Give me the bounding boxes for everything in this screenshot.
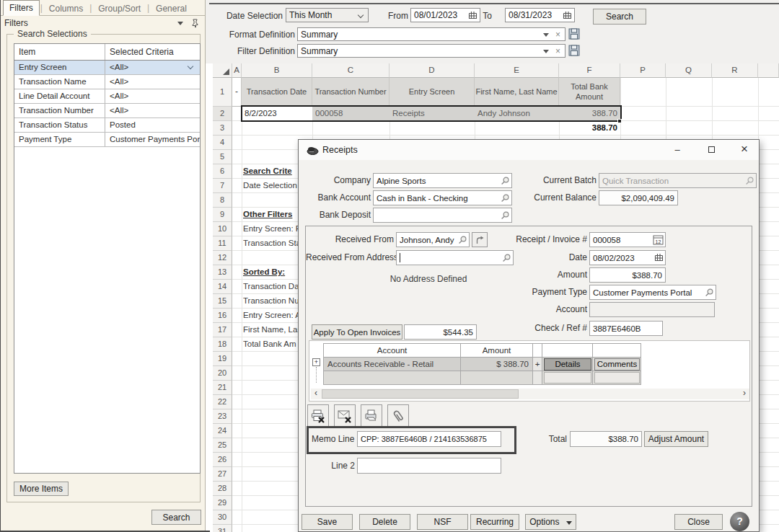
search-icon[interactable] — [704, 288, 714, 298]
row-header-26[interactable]: 26 — [213, 453, 232, 467]
column-header-a[interactable]: A — [232, 63, 242, 78]
toolbar-search-button[interactable]: Search — [593, 9, 646, 25]
comments-button[interactable]: Comments — [594, 358, 640, 371]
row-header-28[interactable]: 28 — [213, 482, 232, 496]
clear-icon[interactable]: × — [555, 46, 560, 56]
row-header-6[interactable]: 6 — [213, 164, 232, 179]
row-header-18[interactable]: 18 — [213, 337, 232, 352]
cell-transaction-date[interactable]: 8/2/2023 — [242, 107, 312, 121]
search-icon[interactable] — [500, 176, 510, 186]
row-header-14[interactable]: 14 — [213, 280, 232, 294]
calendar-icon[interactable] — [563, 11, 572, 20]
current-batch-field[interactable] — [599, 173, 757, 188]
tab-filters[interactable]: Filters — [3, 0, 40, 16]
bank-deposit-field[interactable] — [373, 208, 512, 223]
detail-cell-amount[interactable]: $ 388.70 — [461, 358, 533, 371]
row-header-5[interactable]: 5 — [213, 150, 232, 164]
scroll-right-icon[interactable]: › — [739, 389, 749, 399]
date-selection-select[interactable] — [286, 8, 369, 22]
detail-scrollbar[interactable]: ‹ › — [311, 389, 749, 399]
received-from-address-field[interactable] — [396, 250, 514, 265]
cell-entry-screen[interactable]: Receipts — [390, 107, 475, 121]
cell-name[interactable]: Andy Johnson — [475, 107, 559, 121]
row-header-16[interactable]: 16 — [213, 309, 232, 323]
column-header-c[interactable]: C — [312, 63, 390, 78]
line2-field[interactable] — [357, 458, 501, 474]
collapse-icon[interactable] — [177, 22, 183, 25]
row-header-27[interactable]: 27 — [213, 467, 232, 482]
delete-button[interactable]: Delete — [359, 514, 410, 530]
chevron-down-icon[interactable] — [188, 63, 193, 69]
row-header-3[interactable]: 3 — [213, 121, 232, 136]
adjust-amount-button[interactable]: Adjust Amount — [644, 431, 708, 447]
search-icon[interactable] — [500, 210, 510, 221]
details-button[interactable]: Details — [544, 358, 591, 371]
options-button[interactable]: Options — [525, 514, 576, 530]
dialog-titlebar[interactable]: Receipts – × — [299, 140, 759, 160]
clear-icon[interactable]: × — [555, 30, 560, 40]
nsf-button[interactable]: NSF — [417, 514, 468, 530]
cell-header-transaction-number[interactable]: Transaction Number — [312, 78, 390, 107]
column-header-d[interactable]: D — [390, 63, 475, 78]
select-all-corner[interactable] — [213, 63, 232, 78]
table-row-payment-type[interactable]: Payment Type Customer Payments Por... — [14, 133, 200, 147]
cell-total-sum[interactable]: 388.70 — [559, 121, 620, 136]
column-header-q[interactable]: Q — [666, 63, 712, 78]
chevron-down-icon[interactable] — [543, 33, 549, 37]
row-header-2[interactable]: 2 — [213, 107, 232, 121]
row-header-24[interactable]: 24 — [213, 424, 232, 438]
row-header-1[interactable]: 1 — [213, 78, 232, 107]
save-definition-icon[interactable] — [568, 45, 580, 56]
table-row-entry-screen[interactable]: Entry Screen <All> — [14, 61, 200, 75]
cell-a1[interactable]: - — [232, 78, 242, 107]
table-row-transaction-status[interactable]: Transaction Status Posted — [14, 118, 200, 133]
column-header-f[interactable]: F — [559, 63, 620, 78]
attachment-button[interactable] — [387, 404, 409, 427]
close-button[interactable]: × — [733, 142, 756, 158]
minimize-button[interactable]: – — [666, 142, 689, 158]
filter-definition-field[interactable]: × — [297, 44, 565, 58]
row-header-29[interactable]: 29 — [213, 496, 232, 510]
row-header-19[interactable]: 19 — [213, 352, 232, 366]
close-dialog-button[interactable]: Close — [674, 514, 723, 530]
row-header-12[interactable]: 12 — [213, 251, 232, 265]
maximize-button[interactable] — [700, 142, 723, 158]
row-header-7[interactable]: 7 — [213, 179, 232, 193]
row-header-17[interactable]: 17 — [213, 323, 232, 337]
table-row-line-detail-account[interactable]: Line Detail Account <All> — [14, 89, 200, 104]
print-report-button[interactable] — [361, 404, 382, 427]
expand-icon[interactable]: + — [312, 358, 320, 366]
bank-account-field[interactable] — [373, 190, 512, 205]
help-icon[interactable]: ? — [730, 512, 749, 531]
row-header-11[interactable]: 11 — [213, 236, 232, 251]
column-header-b[interactable]: B — [242, 63, 312, 78]
more-items-button[interactable]: More Items — [14, 482, 69, 496]
company-field[interactable] — [373, 173, 512, 188]
save-definition-icon[interactable] — [568, 28, 580, 40]
receipt-invoice-field[interactable]: 12 — [589, 232, 666, 247]
memo-line1-field[interactable] — [357, 431, 501, 447]
detail-cell-account[interactable]: Accounts Receivable - Retail — [323, 358, 461, 371]
fill-handle[interactable] — [617, 119, 622, 123]
amount-field[interactable] — [589, 267, 666, 283]
cell-header-total-bank-amount[interactable]: Total Bank Amount — [559, 78, 620, 107]
cell-transaction-number[interactable]: 000058 — [312, 107, 390, 121]
cell-header-transaction-date[interactable]: Transaction Date — [242, 78, 312, 107]
calendar-icon[interactable] — [654, 253, 664, 262]
row-header-31[interactable]: 31 — [213, 525, 232, 532]
column-header-r[interactable]: R — [712, 63, 758, 78]
row-header-8[interactable]: 8 — [213, 193, 232, 208]
row-header-22[interactable]: 22 — [213, 395, 232, 409]
save-button[interactable]: Save — [302, 514, 353, 530]
row-header-21[interactable]: 21 — [213, 381, 232, 395]
row-header-20[interactable]: 20 — [213, 366, 232, 381]
email-cancel-button[interactable] — [334, 404, 356, 427]
account-field[interactable] — [589, 302, 715, 317]
transfer-customer-button[interactable] — [472, 232, 488, 247]
search-icon[interactable] — [500, 193, 510, 203]
check-ref-field[interactable] — [589, 321, 663, 336]
tab-group-sort[interactable]: Group/Sort — [92, 1, 146, 16]
apply-to-open-invoices-button[interactable]: Apply To Open Invoices — [312, 324, 402, 340]
to-date-field[interactable] — [505, 8, 575, 22]
row-header-4[interactable]: 4 — [213, 136, 232, 150]
